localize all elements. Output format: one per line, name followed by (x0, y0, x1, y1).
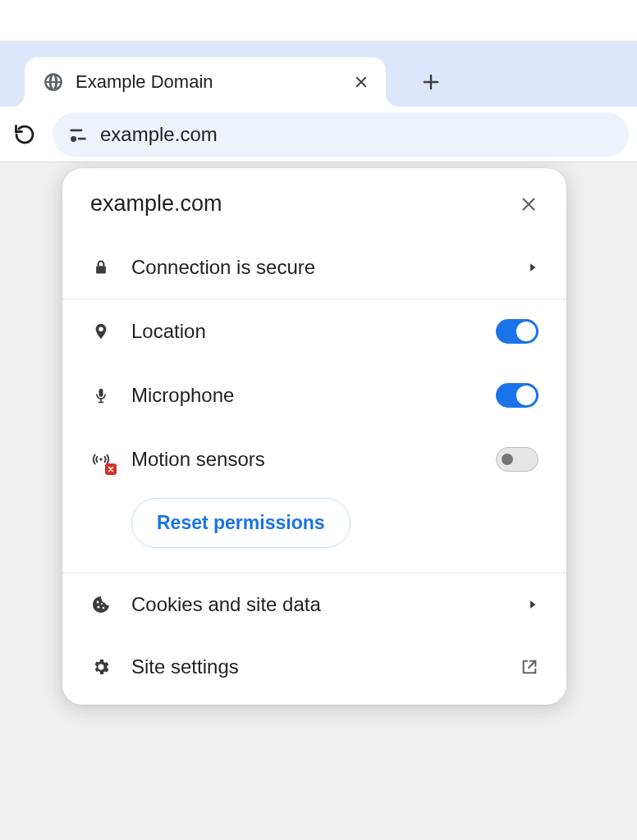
site-tune-icon[interactable] (67, 124, 89, 145)
omnibox-url: example.com (100, 123, 218, 146)
permission-label: Microphone (131, 384, 476, 407)
browser-toolbar: example.com (0, 107, 637, 162)
reset-permissions-button[interactable]: Reset permissions (131, 498, 351, 548)
tab-strip: Example Domain (0, 41, 637, 107)
cookies-label: Cookies and site data (131, 593, 507, 616)
svg-point-11 (101, 603, 103, 605)
location-toggle[interactable] (496, 319, 538, 344)
permission-label: Motion sensors (131, 448, 476, 471)
motion-sensors-toggle[interactable] (496, 447, 538, 472)
window-top-blank (0, 0, 637, 41)
popup-header: example.com (62, 168, 566, 236)
chevron-right-icon (527, 261, 538, 274)
cookie-icon (90, 595, 112, 614)
motion-sensors-icon (90, 449, 112, 470)
svg-point-7 (99, 458, 102, 460)
reset-permissions-wrap: Reset permissions (62, 491, 566, 573)
svg-rect-3 (96, 266, 106, 273)
popup-close-button[interactable] (517, 193, 540, 216)
omnibox[interactable]: example.com (53, 112, 629, 157)
globe-icon (43, 71, 64, 93)
tab-title: Example Domain (76, 71, 341, 93)
connection-row[interactable]: Connection is secure (62, 236, 566, 299)
site-info-popup: example.com Connection is secure (62, 168, 566, 705)
new-tab-button[interactable] (410, 62, 451, 103)
popup-title: example.com (90, 191, 222, 217)
svg-rect-5 (100, 399, 102, 401)
permission-label: Location (131, 320, 476, 343)
site-settings-label: Site settings (131, 655, 501, 678)
microphone-icon (90, 385, 112, 406)
microphone-toggle[interactable] (496, 383, 538, 408)
gear-icon (90, 657, 112, 677)
svg-point-10 (103, 607, 105, 609)
permission-row-location: Location (62, 299, 566, 363)
svg-rect-6 (99, 402, 104, 404)
reload-button[interactable] (8, 118, 41, 151)
location-pin-icon (90, 321, 112, 342)
cookies-row[interactable]: Cookies and site data (62, 573, 566, 636)
browser-tab[interactable]: Example Domain (25, 57, 386, 107)
svg-point-1 (71, 135, 76, 141)
blocked-badge-icon (105, 463, 117, 475)
svg-point-8 (97, 601, 99, 604)
svg-rect-4 (99, 389, 103, 397)
site-settings-row[interactable]: Site settings (62, 636, 566, 705)
svg-point-9 (98, 606, 100, 609)
permission-row-motion-sensors: Motion sensors (62, 427, 566, 491)
permission-row-microphone: Microphone (62, 363, 566, 427)
svg-rect-0 (70, 129, 82, 131)
chevron-right-icon (527, 598, 538, 611)
connection-label: Connection is secure (131, 256, 507, 279)
tab-close-button[interactable] (353, 74, 369, 90)
svg-rect-2 (78, 137, 86, 139)
open-external-icon (520, 658, 538, 676)
lock-icon (90, 258, 112, 276)
content-area: example.com Connection is secure (0, 162, 637, 840)
